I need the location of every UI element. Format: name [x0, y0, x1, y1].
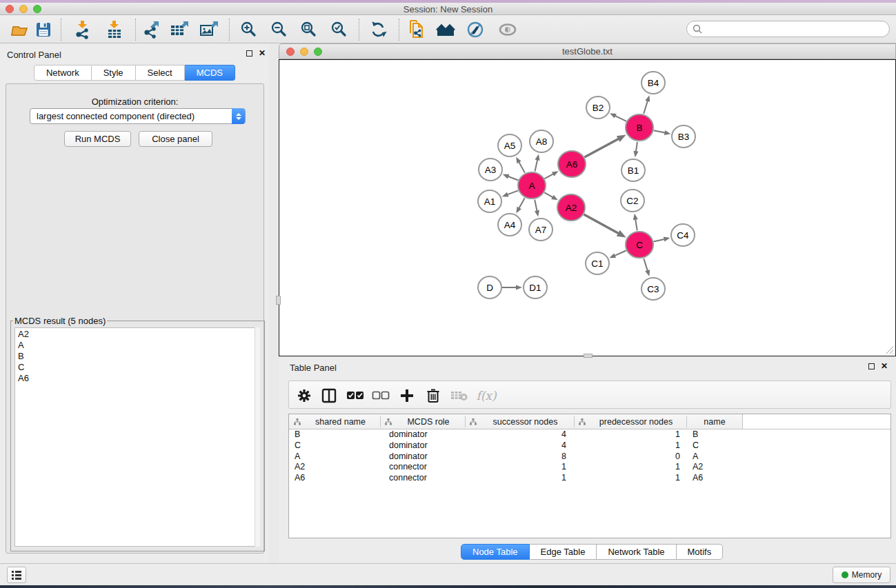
close-panel-icon[interactable]: ✕ [259, 48, 266, 58]
tab-select[interactable]: Select [136, 65, 185, 81]
attribute-type-icon [385, 418, 392, 425]
task-list-icon [12, 571, 21, 580]
new-network-from-selection-icon[interactable] [407, 19, 428, 40]
status-bar: Memory [0, 563, 896, 585]
add-column-icon[interactable] [397, 386, 417, 405]
open-session-icon[interactable] [9, 19, 30, 40]
table-close-panel-icon[interactable]: ✕ [881, 361, 888, 371]
first-neighbors-icon[interactable] [436, 19, 457, 40]
node-table[interactable]: shared nameMCDS rolesuccessor nodesprede… [288, 414, 891, 538]
settings-gear-icon[interactable] [295, 386, 314, 405]
table-row[interactable]: A6connector11A6 [289, 473, 890, 484]
select-stepper-icon[interactable] [232, 108, 245, 124]
refresh-icon[interactable] [368, 19, 388, 40]
splitter-handle-horizontal[interactable] [584, 354, 593, 358]
select-all-columns-icon[interactable] [346, 386, 365, 405]
task-history-button[interactable] [7, 567, 26, 583]
control-panel-tabs: NetworkStyleSelectMCDS [0, 65, 269, 81]
memory-status-icon [842, 571, 848, 578]
tab-mcds[interactable]: MCDS [185, 65, 235, 81]
table-cell: 1 [574, 440, 686, 452]
graph-node-label: C1 [591, 258, 603, 269]
table-header-row: shared nameMCDS rolesuccessor nodesprede… [289, 414, 890, 429]
delete-column-icon[interactable] [424, 386, 443, 405]
network-view-window: testGlobe.txt B4B2BB3A8A5A6A3B1AC2A1A2A4… [279, 43, 896, 356]
mcds-result-list[interactable]: A2ABCA6 [14, 327, 260, 547]
run-mcds-button[interactable]: Run MCDS [64, 131, 131, 147]
table-row[interactable]: A2connector11A2 [289, 462, 890, 473]
tab-network-table[interactable]: Network Table [597, 544, 676, 560]
column-header-shared-name[interactable]: shared name [289, 414, 380, 429]
criterion-select[interactable]: largest connected component (directed) [30, 108, 246, 124]
graph-node-label: C2 [626, 196, 638, 206]
column-visibility-icon[interactable] [319, 386, 339, 405]
splitter-handle-vertical[interactable] [276, 296, 281, 305]
mcds-list-scrollbar[interactable] [255, 327, 260, 547]
graph-node-label: A3 [485, 165, 497, 175]
tab-edge-table[interactable]: Edge Table [530, 544, 597, 560]
table-cell: 4 [465, 440, 575, 452]
table-cell: 1 [574, 462, 686, 473]
graph-node-label: A8 [536, 136, 548, 147]
table-row[interactable]: Adominator80A [289, 452, 890, 463]
table-cell: 1 [574, 473, 686, 484]
zoom-selected-icon[interactable] [329, 19, 350, 40]
optimization-criterion-label: Optimization criterion: [6, 97, 263, 107]
graph-node-label: A4 [504, 220, 516, 230]
table-cell: B [295, 429, 300, 440]
graph-node-label: A6 [566, 159, 578, 170]
graph-node-label: D1 [529, 283, 541, 293]
tab-network[interactable]: Network [34, 65, 92, 81]
tab-motifs[interactable]: Motifs [677, 544, 724, 560]
unselect-all-columns-icon[interactable] [371, 386, 390, 405]
attribute-type-icon [294, 418, 301, 425]
import-network-icon[interactable] [72, 19, 93, 40]
table-float-panel-icon[interactable] [868, 363, 875, 369]
zoom-in-icon[interactable] [239, 19, 259, 40]
delete-table-icon[interactable] [450, 386, 469, 405]
table-row[interactable]: Cdominator41C [289, 440, 890, 452]
mcds-result-item[interactable]: C [15, 361, 259, 372]
export-table-icon[interactable] [170, 19, 190, 40]
import-table-icon[interactable] [104, 19, 125, 40]
network-canvas[interactable]: B4B2BB3A8A5A6A3B1AC2A1A2A4A7C4CC1DD1C3 [279, 59, 896, 356]
column-header-predecessor-nodes[interactable]: predecessor nodes [574, 414, 686, 429]
show-graphics-details-icon[interactable] [497, 19, 518, 40]
table-cell: 8 [465, 452, 575, 463]
table-row[interactable]: Bdominator41B [289, 429, 890, 440]
main-titlebar[interactable]: Session: New Session [0, 3, 896, 15]
memory-label: Memory [852, 570, 882, 580]
mcds-result-item[interactable]: A2 [15, 328, 259, 339]
table-cell: dominator [389, 429, 428, 440]
mcds-result-item[interactable]: A6 [15, 372, 259, 383]
table-panel: Table Panel ✕ [279, 358, 896, 563]
column-header-successor-nodes[interactable]: successor nodes [465, 414, 574, 429]
network-graph[interactable]: B4B2BB3A8A5A6A3B1AC2A1A2A4A7C4CC1DD1C3 [279, 60, 895, 356]
hide-labels-icon[interactable] [466, 19, 486, 40]
zoom-out-icon[interactable] [269, 19, 290, 40]
column-header-name[interactable]: name [686, 414, 743, 429]
float-panel-icon[interactable] [246, 50, 252, 57]
save-session-icon[interactable] [33, 19, 54, 40]
close-panel-button[interactable]: Close panel [139, 131, 212, 147]
export-network-icon[interactable] [141, 19, 162, 40]
network-window-titlebar[interactable]: testGlobe.txt [279, 43, 896, 59]
mcds-result-group: MCDS result (5 nodes) A2ABCA6 [10, 316, 265, 551]
mcds-result-item[interactable]: B [15, 350, 259, 361]
zoom-fit-icon[interactable] [299, 19, 319, 40]
mcds-result-item[interactable]: A [15, 339, 259, 350]
tab-style[interactable]: Style [92, 65, 136, 81]
export-image-icon[interactable] [199, 19, 220, 40]
function-builder-icon[interactable]: f(x) [477, 386, 496, 405]
search-field[interactable] [686, 21, 890, 37]
memory-button[interactable]: Memory [833, 567, 890, 583]
tab-node-table[interactable]: Node Table [461, 544, 530, 560]
window-resize-grip[interactable] [886, 346, 894, 354]
table-cell: B [693, 429, 698, 440]
column-header-MCDS-role[interactable]: MCDS role [380, 414, 465, 429]
graph-node-label: A1 [484, 196, 496, 207]
table-toolbar: f(x) [288, 381, 891, 409]
search-input[interactable] [706, 24, 889, 34]
graph-node-label: A7 [535, 225, 547, 235]
mcds-tab-content: Optimization criterion: largest connecte… [6, 83, 264, 554]
